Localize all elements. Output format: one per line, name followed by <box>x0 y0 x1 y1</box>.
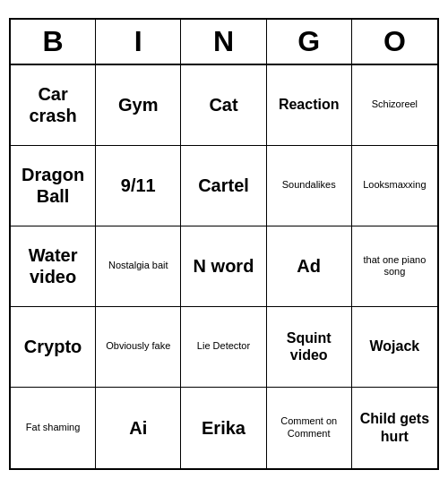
bingo-cell: Comment on Comment <box>267 388 352 468</box>
bingo-grid: Car crashGymCatReactionSchizoreelDragon … <box>11 65 437 468</box>
bingo-cell: Water video <box>11 226 96 307</box>
bingo-cell: N word <box>181 226 266 307</box>
bingo-cell: 9/11 <box>96 146 181 226</box>
bingo-cell: that one piano song <box>352 226 437 307</box>
bingo-cell: Ad <box>267 226 352 307</box>
bingo-cell: Dragon Ball <box>11 146 96 226</box>
bingo-cell: Ai <box>96 388 181 468</box>
bingo-header: BINGO <box>11 20 437 65</box>
bingo-header-letter: B <box>11 20 96 64</box>
bingo-header-letter: I <box>96 20 181 64</box>
bingo-card: BINGO Car crashGymCatReactionSchizoreelD… <box>9 18 439 470</box>
bingo-cell: Cat <box>181 65 266 146</box>
bingo-cell: Squint video <box>267 307 352 388</box>
bingo-cell: Gym <box>96 65 181 146</box>
bingo-cell: Reaction <box>267 65 352 146</box>
bingo-cell: Schizoreel <box>352 65 437 146</box>
bingo-cell: Wojack <box>352 307 437 388</box>
bingo-header-letter: O <box>352 20 437 64</box>
bingo-cell: Lie Detector <box>181 307 266 388</box>
bingo-cell: Looksmaxxing <box>352 146 437 226</box>
bingo-cell: Obviously fake <box>96 307 181 388</box>
bingo-cell: Soundalikes <box>267 146 352 226</box>
bingo-cell: Fat shaming <box>11 388 96 468</box>
bingo-header-letter: N <box>181 20 266 64</box>
bingo-cell: Nostalgia bait <box>96 226 181 307</box>
bingo-cell: Car crash <box>11 65 96 146</box>
bingo-cell: Crypto <box>11 307 96 388</box>
bingo-cell: Child gets hurt <box>352 388 437 468</box>
bingo-cell: Erika <box>181 388 266 468</box>
bingo-cell: Cartel <box>181 146 266 226</box>
bingo-header-letter: G <box>267 20 352 64</box>
